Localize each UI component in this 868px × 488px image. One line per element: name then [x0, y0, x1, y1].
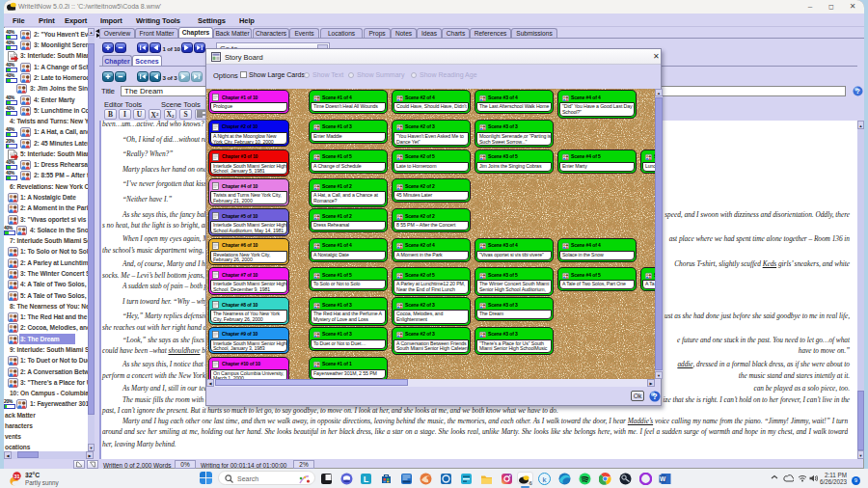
svg-text:?: ?	[652, 392, 657, 401]
svg-text:31: 31	[14, 474, 19, 479]
svg-text:6: 6	[529, 480, 533, 486]
svg-text:?: ?	[855, 87, 860, 95]
svg-text:W: W	[660, 475, 666, 482]
svg-text:L: L	[364, 474, 369, 484]
